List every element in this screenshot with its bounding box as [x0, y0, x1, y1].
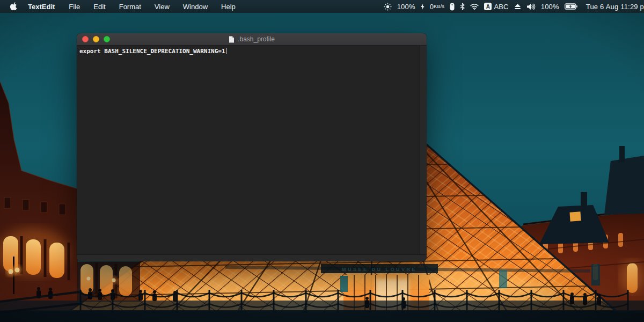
menu-format[interactable]: Format — [119, 3, 141, 11]
menu-bar-clock[interactable]: Tue 6 Aug 11:29 p — [586, 3, 644, 11]
eject-icon[interactable] — [514, 3, 521, 10]
vertical-scrollbar[interactable] — [420, 46, 427, 255]
minimize-button[interactable] — [93, 36, 99, 42]
window-titlebar[interactable]: .bash_profile — [77, 33, 427, 46]
apple-logo-icon — [10, 2, 17, 11]
input-source-label: ABC — [494, 3, 508, 11]
horizontal-scrollbar[interactable] — [77, 254, 427, 261]
menu-file[interactable]: File — [69, 3, 80, 11]
document-text: export BASH_SILENCE_DEPRECATION_WARNING=… — [79, 48, 225, 55]
bluetooth-icon[interactable] — [460, 3, 465, 10]
window-title-text: .bash_profile — [238, 35, 275, 43]
menu-window[interactable]: Window — [183, 3, 208, 11]
apple-menu[interactable] — [10, 2, 17, 11]
desktop: MUSÉE DU LOUVRE — [0, 0, 644, 322]
brightness-icon[interactable] — [384, 3, 392, 11]
input-source-badge-icon: A — [484, 3, 492, 10]
charging-bolt-icon[interactable] — [421, 4, 425, 10]
traffic-lights — [82, 33, 110, 45]
menu-edit[interactable]: Edit — [93, 3, 105, 11]
menu-bar: TextEdit File Edit Format View Window He… — [0, 0, 644, 13]
menu-view[interactable]: View — [155, 3, 170, 11]
battery-charging-icon[interactable] — [565, 3, 577, 10]
menu-help[interactable]: Help — [221, 3, 236, 11]
volume-icon[interactable] — [526, 3, 536, 10]
document-icon — [229, 36, 235, 43]
close-button[interactable] — [82, 36, 89, 42]
app-menu-title[interactable]: TextEdit — [28, 3, 55, 11]
textedit-window: .bash_profile export BASH_SILENCE_DEPREC… — [77, 33, 427, 261]
text-editor-area[interactable]: export BASH_SILENCE_DEPRECATION_WARNING=… — [77, 46, 427, 261]
text-cursor — [226, 48, 226, 54]
network-speed[interactable]: 0KB/s — [430, 3, 445, 11]
power-percent[interactable]: 100% — [397, 3, 415, 11]
window-title: .bash_profile — [229, 35, 275, 43]
mouse-battery-icon[interactable] — [450, 3, 455, 11]
wifi-icon[interactable] — [470, 3, 479, 10]
battery-percent[interactable]: 100% — [541, 3, 559, 11]
status-area: 100% 0KB/s — [384, 0, 644, 13]
menu-bar-left: TextEdit File Edit Format View Window He… — [0, 0, 249, 13]
input-source[interactable]: A ABC — [484, 3, 508, 11]
document-line: export BASH_SILENCE_DEPRECATION_WARNING=… — [77, 46, 427, 55]
zoom-button[interactable] — [104, 36, 110, 42]
